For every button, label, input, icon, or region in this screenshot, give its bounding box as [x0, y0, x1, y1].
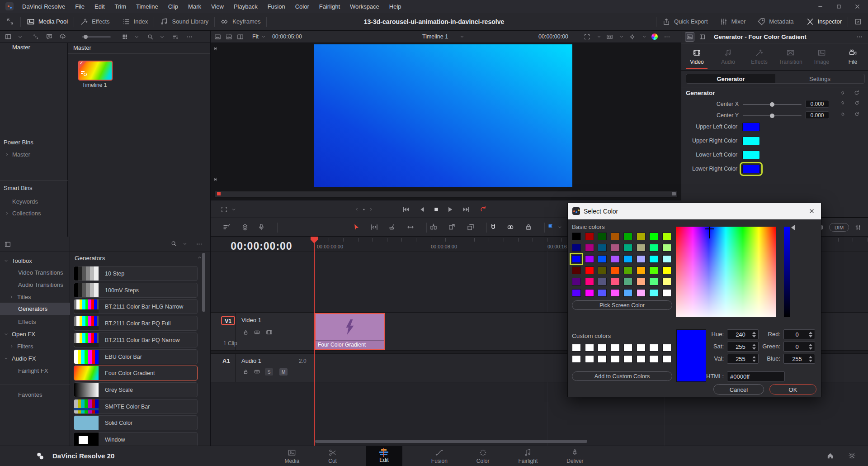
viewer-split-icon[interactable] [237, 33, 244, 40]
tab-effects[interactable]: Effects [744, 43, 775, 70]
effects-button[interactable]: Effects [74, 13, 116, 30]
menu-playback[interactable]: Playback [229, 0, 263, 13]
menu-trim[interactable]: Trim [110, 0, 132, 13]
chevron-down-icon[interactable] [557, 224, 562, 230]
slider-track-1[interactable] [743, 115, 802, 116]
tab-transition[interactable]: Transition [775, 43, 806, 70]
custom-color-swatch-13[interactable] [637, 355, 646, 363]
dialog-title-bar[interactable]: Select Color [568, 203, 821, 219]
quick-export-button[interactable]: Quick Export [656, 13, 713, 30]
basic-color-swatch-0000ff[interactable] [572, 255, 581, 263]
page-tab-color[interactable]: Color [476, 446, 490, 466]
chevron-down-icon[interactable] [159, 34, 165, 40]
lock-icon[interactable] [242, 329, 249, 336]
rgb-blue-field[interactable]: 255 [783, 354, 815, 364]
basic-color-swatch-00ff00[interactable] [649, 233, 658, 240]
jog-control[interactable] [354, 207, 373, 212]
sidebar-item-filters[interactable]: Filters [0, 340, 70, 352]
generator-item-bt-2111-color-bar-pq-full[interactable]: BT.2111 Color Bar PQ Full [74, 316, 198, 331]
viewer-timeline-select[interactable]: Timeline 1 [422, 33, 448, 40]
value-bar-arrow-icon[interactable] [791, 225, 795, 230]
sidebar-item-video-transitions[interactable]: Video Transitions [0, 266, 70, 279]
rgb-red-field[interactable]: 0 [783, 329, 815, 339]
html-field[interactable]: #0000ff [727, 371, 785, 381]
basic-color-swatch-ff007f[interactable] [585, 278, 594, 285]
generator-item-bt-2111-color-bar-hlg-narrow[interactable]: BT.2111 Color Bar HLG Narrow [74, 299, 198, 314]
workspace-expand-button[interactable] [0, 13, 20, 30]
pick-screen-color-button[interactable]: Pick Screen Color [572, 300, 672, 310]
subtab-settings[interactable]: Settings [775, 74, 864, 83]
replace-clip-icon[interactable] [467, 223, 475, 231]
basic-color-swatch-aaff7f[interactable] [662, 244, 671, 252]
basic-color-swatch-ff557f[interactable] [611, 278, 620, 285]
cloud-download-icon[interactable] [59, 33, 66, 40]
timeline-horizontal-scrollbar[interactable] [315, 440, 587, 443]
generators-scrollbar[interactable] [202, 253, 205, 312]
menu-davinci-resolve[interactable]: DaVinci Resolve [17, 0, 70, 13]
power-bins-header[interactable]: Power Bins [4, 139, 33, 146]
basic-color-swatch-005500[interactable] [598, 233, 607, 240]
power-bins-master[interactable]: Master [5, 151, 30, 158]
snapping-icon[interactable] [489, 223, 497, 231]
sidebar-item-audio-fx[interactable]: Audio FX [0, 352, 70, 365]
cancel-button[interactable]: Cancel [713, 384, 764, 395]
timeline-clip-four-color-gradient[interactable]: Four Color Gradient [315, 313, 385, 350]
ellipsis-icon[interactable] [196, 241, 203, 247]
custom-color-swatch-1[interactable] [585, 344, 594, 352]
panel-toggle-icon[interactable] [4, 241, 11, 248]
generator-item-grey-scale[interactable]: Grey Scale [74, 382, 198, 397]
basic-color-swatch-ff0000[interactable] [585, 266, 594, 274]
basic-color-swatch-ffff00[interactable] [662, 266, 671, 274]
timeline-options-icon[interactable] [222, 223, 231, 231]
custom-color-swatch-3[interactable] [611, 344, 620, 352]
custom-color-swatch-8[interactable] [572, 355, 581, 363]
rgb-red-spinner[interactable] [809, 330, 812, 339]
auto-select-icon[interactable] [254, 329, 260, 336]
basic-color-swatch-00007f[interactable] [572, 244, 581, 252]
scrub-handle[interactable] [672, 192, 676, 195]
add-to-custom-colors-button[interactable]: Add to Custom Colors [572, 371, 672, 381]
viewer-out-marker-icon[interactable] [212, 176, 218, 182]
color-wheel-icon[interactable] [651, 33, 658, 40]
page-tab-cut[interactable]: Cut [328, 446, 337, 466]
mixer-button[interactable]: Mixer [714, 13, 752, 30]
subtab-generator[interactable]: Generator [686, 74, 775, 83]
smart-bins-collections[interactable]: Collections [5, 210, 41, 217]
custom-color-swatch-2[interactable] [598, 344, 607, 352]
menu-mark[interactable]: Mark [183, 0, 206, 13]
basic-color-swatch-aaaaff[interactable] [637, 255, 646, 263]
ellipsis-icon[interactable] [856, 33, 863, 40]
tab-video[interactable]: Video [681, 43, 712, 70]
media-pool-button[interactable]: Media Pool [21, 13, 74, 30]
play-icon[interactable] [446, 205, 454, 214]
menu-view[interactable]: View [206, 0, 229, 13]
settings-gear-icon[interactable] [848, 452, 856, 460]
minimize-icon[interactable] [817, 3, 824, 10]
basic-color-swatch-55ffff[interactable] [649, 289, 658, 297]
basic-color-swatch-5500ff[interactable] [572, 289, 581, 297]
sidebar-item-effects[interactable]: Effects [0, 316, 70, 328]
generator-item-bt-2111-color-bar-pq-narrow[interactable]: BT.2111 Color Bar PQ Narrow [74, 333, 198, 347]
page-tab-media[interactable]: Media [284, 446, 299, 466]
tab-audio[interactable]: Audio [712, 43, 744, 70]
basic-color-swatch-5555ff[interactable] [598, 289, 607, 297]
audio-solo-button[interactable]: S [265, 368, 273, 376]
home-icon[interactable] [826, 452, 834, 460]
keyframes-button[interactable]: Keyframes [215, 13, 266, 30]
basic-color-swatch-aa55ff[interactable] [611, 255, 620, 263]
basic-color-swatch-ffaa00[interactable] [637, 266, 646, 274]
basic-color-swatch-55557f[interactable] [598, 278, 607, 285]
zoom-slider-handle[interactable] [84, 35, 88, 39]
zoom-slider[interactable] [82, 36, 111, 38]
custom-color-swatch-5[interactable] [637, 344, 646, 352]
generator-item-solid-color[interactable]: Solid Color [74, 415, 198, 430]
basic-color-swatch-aaffff[interactable] [662, 255, 671, 263]
hq-proxy-icon[interactable] [606, 33, 613, 40]
basic-color-swatch-ff55ff[interactable] [611, 289, 620, 297]
trim-edit-icon[interactable] [370, 223, 378, 231]
skip-fwd-icon[interactable] [462, 205, 470, 214]
slider-track-0[interactable] [743, 104, 802, 105]
basic-color-swatch-55aa00[interactable] [623, 266, 632, 274]
crop-select-icon[interactable] [221, 206, 228, 213]
stacked-icon[interactable] [241, 223, 249, 231]
